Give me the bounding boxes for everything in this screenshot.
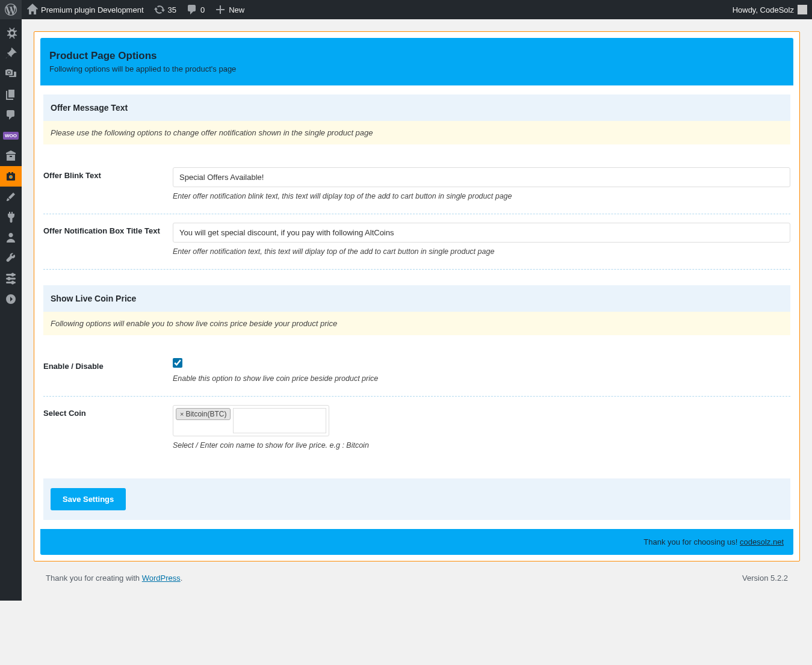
- offer-box-label: Offer Notification Box Title Text: [43, 223, 173, 256]
- admin-sidebar: WOO: [0, 19, 22, 601]
- offer-blink-input[interactable]: [173, 167, 790, 187]
- panel-title: Product Page Options: [49, 50, 784, 62]
- howdy-text: Howdy, CodeSolz: [733, 5, 794, 14]
- sidebar-products[interactable]: [0, 146, 22, 166]
- sidebar-media[interactable]: [0, 64, 22, 84]
- wrench-icon: [5, 252, 17, 264]
- updates-count: 35: [168, 5, 176, 14]
- plug-icon: [5, 211, 17, 223]
- plus-icon: [214, 4, 226, 16]
- field-enable-disable: Enable / Disable Enable this option to s…: [43, 350, 790, 397]
- footer-thanks: Thank you for creating with: [46, 574, 142, 583]
- media-icon: [5, 68, 17, 80]
- wordpress-link[interactable]: WordPress: [142, 574, 181, 583]
- offer-box-help: Enter offer notification text, this text…: [173, 247, 790, 256]
- site-name-menu[interactable]: Premium plugin Development: [22, 0, 149, 19]
- admin-bar-right: Howdy, CodeSolz: [728, 0, 812, 19]
- updates-icon: [153, 4, 166, 16]
- brush-icon: [5, 191, 17, 203]
- main-content: Product Page Options Following options w…: [22, 19, 812, 601]
- sidebar-plugins[interactable]: [0, 207, 22, 227]
- enable-help: Enable this option to show live coin pri…: [173, 374, 790, 383]
- sidebar-pages[interactable]: [0, 84, 22, 105]
- comments-count: 0: [200, 5, 205, 14]
- comments-menu[interactable]: 0: [181, 0, 209, 19]
- woo-icon: WOO: [3, 132, 19, 140]
- tag-remove-icon[interactable]: ×: [180, 410, 184, 418]
- offer-box-input[interactable]: [173, 223, 790, 243]
- section-liveprice-desc: Following options will enable you to sho…: [43, 312, 790, 335]
- coin-tag: × Bitcoin(BTC): [176, 408, 231, 420]
- select-coin-help: Select / Enter coin name to show for liv…: [173, 441, 790, 450]
- panel-body: Offer Message Text Please use the follow…: [34, 85, 799, 529]
- panel-subtitle: Following options will be applied to the…: [49, 64, 784, 73]
- enable-label: Enable / Disable: [43, 358, 173, 383]
- avatar: [798, 5, 807, 14]
- codesolz-link[interactable]: codesolz.net: [740, 537, 784, 546]
- comments-icon: [186, 4, 198, 16]
- sidebar-woocommerce[interactable]: WOO: [0, 125, 22, 146]
- section-offer-header: Offer Message Text: [43, 94, 790, 121]
- user-account-menu[interactable]: Howdy, CodeSolz: [728, 0, 812, 19]
- site-title: Premium plugin Development: [41, 5, 144, 14]
- svg-point-0: [10, 176, 12, 178]
- thanks-text: Thank you for choosing us!: [643, 537, 740, 546]
- enable-checkbox[interactable]: [173, 358, 182, 368]
- section-liveprice-header: Show Live Coin Price: [43, 285, 790, 312]
- field-select-coin: Select Coin × Bitcoin(BTC) Select / Ente…: [43, 397, 790, 463]
- select-coin-label: Select Coin: [43, 405, 173, 450]
- pin-icon: [5, 48, 17, 60]
- archive-icon: [5, 150, 17, 162]
- sidebar-settings[interactable]: [0, 268, 22, 289]
- sidebar-tools[interactable]: [0, 248, 22, 268]
- offer-blink-help: Enter offer notification blink text, thi…: [173, 192, 790, 200]
- new-label: New: [229, 5, 244, 14]
- coin-search-input[interactable]: [233, 408, 326, 433]
- save-button[interactable]: Save Settings: [51, 488, 126, 510]
- chat-icon: [5, 109, 17, 121]
- new-content-menu[interactable]: New: [209, 0, 249, 19]
- section-offer-desc: Please use the following options to chan…: [43, 121, 790, 144]
- sidebar-comments[interactable]: [0, 105, 22, 125]
- sidebar-collapse[interactable]: [0, 289, 22, 309]
- wordpress-icon: [5, 4, 17, 16]
- admin-bar-left: Premium plugin Development 35 0 New: [0, 0, 249, 19]
- wp-footer: Thank you for creating with WordPress. V…: [34, 561, 800, 589]
- sidebar-dashboard[interactable]: [0, 23, 22, 43]
- pages-icon: [5, 88, 17, 101]
- panel-footer: Save Settings: [43, 478, 790, 520]
- sidebar-posts[interactable]: [0, 43, 22, 64]
- home-icon: [26, 4, 39, 16]
- wp-version: Version 5.2.2: [742, 574, 788, 583]
- sidebar-users[interactable]: [0, 227, 22, 248]
- sidebar-appearance[interactable]: [0, 187, 22, 207]
- updates-menu[interactable]: 35: [149, 0, 181, 19]
- admin-bar: Premium plugin Development 35 0 New Howd…: [0, 0, 812, 19]
- camera-icon: [5, 170, 17, 182]
- wp-logo-menu[interactable]: [0, 0, 22, 19]
- dashboard-icon: [5, 27, 17, 39]
- sidebar-current-plugin[interactable]: [0, 166, 22, 187]
- offer-blink-label: Offer Blink Text: [43, 167, 173, 200]
- settings-panel: Product Page Options Following options w…: [34, 31, 800, 561]
- coin-tag-input[interactable]: × Bitcoin(BTC): [173, 405, 329, 436]
- coin-tag-label: Bitcoin(BTC): [185, 410, 226, 418]
- user-icon: [5, 232, 17, 244]
- field-offer-box: Offer Notification Box Title Text Enter …: [43, 214, 790, 270]
- panel-header: Product Page Options Following options w…: [40, 38, 793, 85]
- panel-bottom: Thank you for choosing us! codesolz.net: [40, 529, 793, 555]
- collapse-icon: [5, 293, 17, 305]
- sliders-icon: [5, 273, 17, 285]
- field-offer-blink: Offer Blink Text Enter offer notificatio…: [43, 159, 790, 214]
